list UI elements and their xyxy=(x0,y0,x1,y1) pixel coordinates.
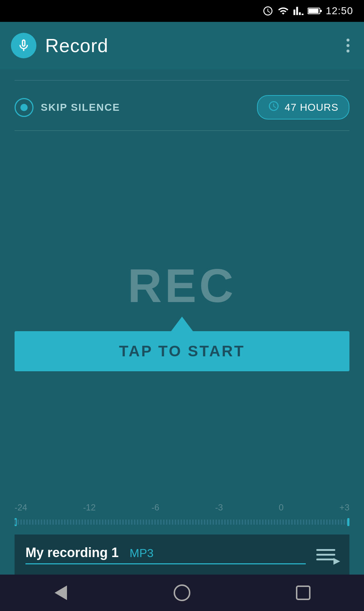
vu-label-6: +3 xyxy=(340,502,349,513)
toggle-inner xyxy=(20,104,28,111)
triangle-pointer xyxy=(171,317,193,331)
controls-row: SKIP SILENCE 47 HOURS xyxy=(15,91,349,123)
vu-label-1: -24 xyxy=(15,502,27,513)
back-icon xyxy=(55,585,67,600)
nav-home-button[interactable] xyxy=(167,582,197,604)
dot1 xyxy=(347,39,349,42)
vu-label-2: -12 xyxy=(83,502,96,513)
list-arrow-icon: ▶ xyxy=(333,556,340,566)
app-header: Record xyxy=(0,22,364,69)
list-line-1 xyxy=(316,549,335,551)
rec-text: REC xyxy=(128,262,236,309)
rec-section: REC TAP TO START xyxy=(15,138,349,481)
recording-name-section: My recording 1 MP3 xyxy=(25,545,306,564)
vu-marker-right xyxy=(347,518,349,526)
svg-rect-2 xyxy=(320,10,322,12)
battery-icon xyxy=(308,7,322,15)
content-area: SKIP SILENCE 47 HOURS REC TAP TO START xyxy=(0,69,364,575)
app-title: Record xyxy=(45,35,108,56)
hours-badge[interactable]: 47 HOURS xyxy=(257,95,349,120)
status-time: 12:50 xyxy=(326,5,353,17)
alarm-icon xyxy=(262,5,273,16)
toggle-button[interactable] xyxy=(15,98,33,117)
svg-rect-1 xyxy=(308,9,318,13)
vu-bar-container xyxy=(15,517,349,527)
bottom-nav xyxy=(0,575,364,611)
home-icon xyxy=(174,584,190,601)
tap-to-start-button[interactable]: TAP TO START xyxy=(15,331,349,371)
skip-silence-toggle[interactable]: SKIP SILENCE xyxy=(15,98,120,117)
vu-section: -24 -12 -6 -3 0 +3 xyxy=(15,502,349,534)
vu-label-5: 0 xyxy=(279,502,284,513)
dot3 xyxy=(347,50,349,52)
recordings-list-button[interactable]: ▶ xyxy=(313,542,339,567)
vu-bar xyxy=(15,520,349,525)
recents-icon xyxy=(296,585,310,600)
vu-label-3: -6 xyxy=(151,502,159,513)
recording-name-underline: My recording 1 MP3 xyxy=(25,545,306,564)
nav-recents-button[interactable] xyxy=(289,582,318,604)
skip-silence-label: SKIP SILENCE xyxy=(41,102,120,113)
status-icons: 12:50 xyxy=(262,5,353,17)
nav-back-button[interactable] xyxy=(46,582,75,604)
wifi-icon xyxy=(277,5,289,16)
app-container: Record SKIP SILENCE 47 xyxy=(0,22,364,575)
recording-format: MP3 xyxy=(130,547,154,560)
top-divider xyxy=(15,80,349,81)
vu-labels: -24 -12 -6 -3 0 +3 xyxy=(15,502,349,513)
clock-icon xyxy=(268,100,280,114)
app-logo xyxy=(11,33,36,58)
dot2 xyxy=(347,44,349,47)
list-line-2 xyxy=(316,554,335,556)
vu-label-4: -3 xyxy=(215,502,223,513)
list-line-3 xyxy=(316,559,335,560)
status-bar: 12:50 xyxy=(0,0,364,22)
microphone-icon xyxy=(16,38,31,53)
recording-info-bar: My recording 1 MP3 ▶ xyxy=(15,534,349,575)
signal-icon xyxy=(293,5,304,16)
recording-name[interactable]: My recording 1 xyxy=(25,545,119,560)
middle-divider xyxy=(15,130,349,131)
hours-label: 47 HOURS xyxy=(285,102,339,113)
tap-to-start-label: TAP TO START xyxy=(119,342,245,360)
more-menu-button[interactable] xyxy=(343,35,353,56)
